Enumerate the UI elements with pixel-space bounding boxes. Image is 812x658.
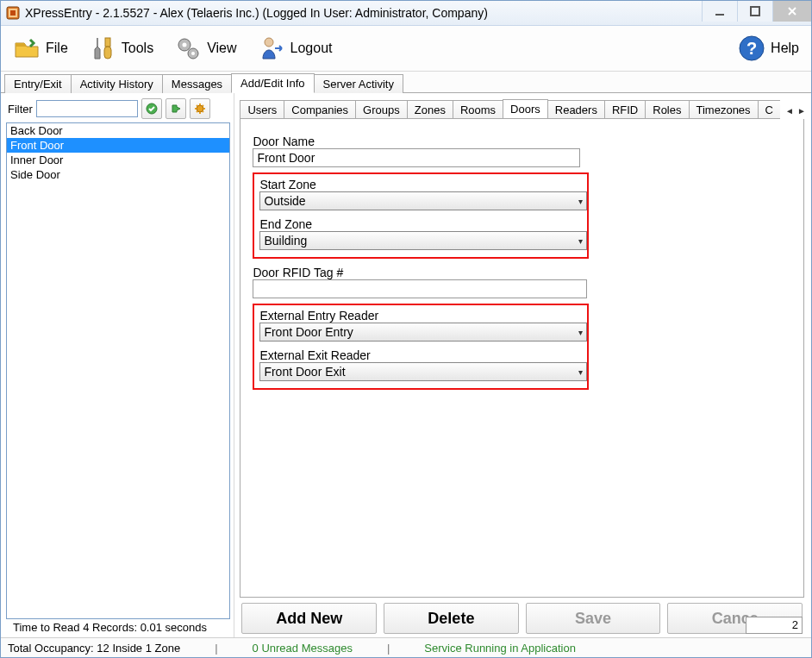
tab-activity-history[interactable]: Activity History xyxy=(71,74,163,93)
logout-icon xyxy=(258,34,285,62)
door-name-input[interactable] xyxy=(253,148,580,167)
help-label: Help xyxy=(771,41,799,56)
list-item[interactable]: Front Door xyxy=(7,138,229,153)
list-item[interactable]: Back Door xyxy=(7,123,229,138)
record-number-box[interactable]: 2 xyxy=(746,617,803,634)
status-occupancy: Total Occupancy: 12 Inside 1 Zone xyxy=(8,642,180,655)
tab-messages[interactable]: Messages xyxy=(162,74,232,93)
list-item[interactable]: Side Door xyxy=(7,167,229,182)
save-button[interactable]: Save xyxy=(526,603,661,634)
start-zone-label: Start Zone xyxy=(259,178,582,191)
window-controls xyxy=(702,1,811,25)
svg-text:?: ? xyxy=(746,39,757,58)
tools-icon xyxy=(89,34,116,62)
svg-point-14 xyxy=(197,105,203,112)
help-icon: ? xyxy=(738,34,765,62)
filter-next-button[interactable] xyxy=(166,98,186,119)
annotation-star-a: a xyxy=(240,181,240,212)
annotation-star-b: b xyxy=(240,340,240,371)
app-icon xyxy=(6,6,20,20)
subtab-doors[interactable]: Doors xyxy=(503,99,548,119)
subtab-timezones[interactable]: Timezones xyxy=(689,100,759,119)
app-window: XPressEntry - 2.1.5527 - Alex (Telaeris … xyxy=(0,0,812,658)
filter-apply-button[interactable] xyxy=(141,98,162,119)
main-toolbar: File Tools View Logout ? Help xyxy=(1,26,811,72)
minimize-button[interactable] xyxy=(702,1,737,22)
chevron-down-icon: ▾ xyxy=(578,197,583,206)
filter-label: Filter xyxy=(8,103,33,116)
svg-rect-5 xyxy=(104,47,111,59)
window-title: XPressEntry - 2.1.5527 - Alex (Telaeris … xyxy=(25,6,488,20)
rfid-tag-input[interactable] xyxy=(253,279,587,298)
subtab-scroll-right[interactable]: ► xyxy=(796,103,808,118)
close-button[interactable] xyxy=(772,1,811,22)
subtab-users[interactable]: Users xyxy=(240,100,284,119)
ext-exit-select[interactable]: Front Door Exit ▾ xyxy=(259,362,587,381)
tab-entry-exit[interactable]: Entry/Exit xyxy=(4,74,72,93)
add-new-button[interactable]: Add New xyxy=(241,603,377,634)
chevron-down-icon: ▾ xyxy=(578,328,583,337)
left-panel: Filter Back Door Front Door Inner Door S… xyxy=(1,93,234,637)
tab-add-edit-info[interactable]: Add/Edit Info xyxy=(231,73,314,93)
subtab-companies[interactable]: Companies xyxy=(284,100,356,119)
view-menu[interactable]: View xyxy=(174,34,236,62)
file-menu[interactable]: File xyxy=(13,34,68,62)
svg-point-9 xyxy=(191,52,195,55)
filter-input[interactable] xyxy=(36,100,138,117)
folder-icon xyxy=(13,34,41,62)
logout-button[interactable]: Logout xyxy=(258,34,333,62)
rfid-tag-label: Door RFID Tag # xyxy=(253,266,791,279)
status-unread: 0 Unread Messages xyxy=(253,642,353,655)
action-row: Add New Delete Save Cance 2 xyxy=(234,598,808,637)
main-tab-strip: Entry/Exit Activity History Messages Add… xyxy=(1,72,811,93)
ext-exit-label: External Exit Reader xyxy=(259,348,582,362)
end-zone-label: End Zone xyxy=(259,217,582,231)
svg-rect-2 xyxy=(715,14,724,16)
list-item[interactable]: Inner Door xyxy=(7,153,229,167)
maximize-button[interactable] xyxy=(737,1,772,22)
chevron-down-icon: ▾ xyxy=(578,367,583,377)
subtab-groups[interactable]: Groups xyxy=(355,100,408,119)
ext-entry-select[interactable]: Front Door Entry ▾ xyxy=(259,323,587,342)
logout-label: Logout xyxy=(290,41,333,56)
readers-group: External Entry Reader Front Door Entry ▾… xyxy=(253,304,589,390)
end-zone-select[interactable]: Building ▾ xyxy=(259,231,587,250)
tab-server-activity[interactable]: Server Activity xyxy=(314,74,403,93)
svg-rect-4 xyxy=(105,38,110,47)
main-body: Filter Back Door Front Door Inner Door S… xyxy=(1,93,811,637)
gear-icon xyxy=(174,34,202,62)
read-time-label: Time to Read 4 Records: 0.01 seconds xyxy=(4,619,232,637)
tools-label: Tools xyxy=(122,41,153,56)
door-form: a b Door Name Start Zone Outside ▾ xyxy=(240,119,804,598)
subtab-rooms[interactable]: Rooms xyxy=(453,100,503,119)
filter-settings-button[interactable] xyxy=(190,98,210,119)
sub-tab-strip: Users Companies Groups Zones Rooms Doors… xyxy=(240,97,780,119)
door-name-label: Door Name xyxy=(253,135,791,148)
subtab-rfid[interactable]: RFID xyxy=(604,100,646,119)
view-label: View xyxy=(207,41,236,56)
tools-menu[interactable]: Tools xyxy=(89,34,153,62)
file-label: File xyxy=(46,41,68,56)
status-bar: Total Occupancy: 12 Inside 1 Zone | 0 Un… xyxy=(1,637,811,657)
delete-button[interactable]: Delete xyxy=(384,603,519,634)
svg-point-10 xyxy=(265,38,273,47)
chevron-down-icon: ▾ xyxy=(578,236,583,246)
zones-group: Start Zone Outside ▾ End Zone Building ▾ xyxy=(253,172,589,259)
door-list[interactable]: Back Door Front Door Inner Door Side Doo… xyxy=(6,122,230,619)
ext-entry-label: External Entry Reader xyxy=(259,309,582,323)
status-service: Service Running in Application xyxy=(424,642,576,655)
subtab-scroll-left[interactable]: ◄ xyxy=(784,103,796,118)
subtab-more[interactable]: C xyxy=(758,100,780,119)
title-bar: XPressEntry - 2.1.5527 - Alex (Telaeris … xyxy=(1,1,811,26)
right-panel: Users Companies Groups Zones Rooms Doors… xyxy=(234,93,811,637)
filter-row: Filter xyxy=(4,97,232,122)
subtab-readers[interactable]: Readers xyxy=(547,100,605,119)
subtab-zones[interactable]: Zones xyxy=(407,100,453,119)
help-button[interactable]: ? Help xyxy=(738,34,799,62)
subtab-roles[interactable]: Roles xyxy=(645,100,689,119)
svg-point-7 xyxy=(183,43,187,47)
svg-rect-3 xyxy=(751,7,759,16)
start-zone-select[interactable]: Outside ▾ xyxy=(259,191,587,210)
